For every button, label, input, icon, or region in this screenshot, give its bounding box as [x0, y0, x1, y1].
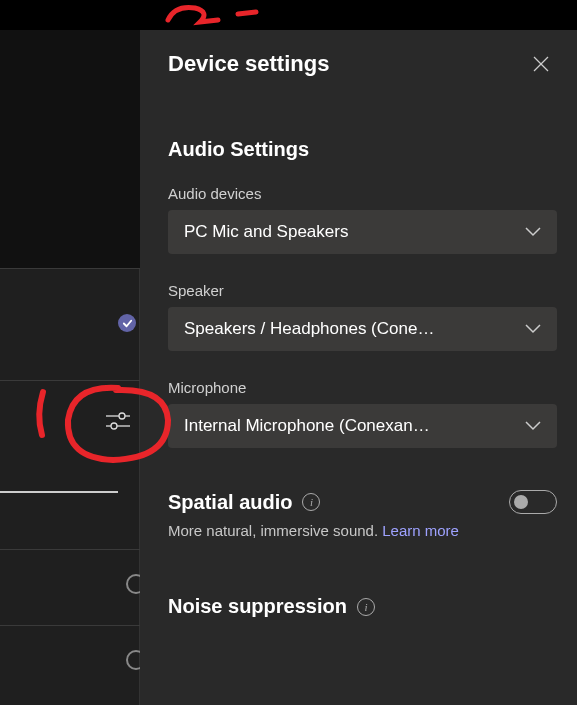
spatial-audio-label-group: Spatial audio i	[168, 491, 320, 514]
svg-point-1	[119, 413, 125, 419]
svg-point-3	[111, 423, 117, 429]
divider	[0, 625, 140, 626]
toggle-knob	[514, 495, 528, 509]
spatial-audio-title: Spatial audio	[168, 491, 292, 514]
active-indicator	[0, 491, 118, 493]
check-badge-icon	[118, 314, 136, 332]
learn-more-link[interactable]: Learn more	[382, 522, 459, 539]
spatial-audio-helper: More natural, immersive sound. Learn mor…	[168, 522, 557, 539]
audio-devices-dropdown[interactable]: PC Mic and Speakers	[168, 210, 557, 254]
spatial-audio-row: Spatial audio i	[168, 490, 557, 514]
divider	[0, 268, 140, 269]
info-icon[interactable]: i	[357, 598, 375, 616]
speaker-dropdown[interactable]: Speakers / Headphones (Cone…	[168, 307, 557, 351]
device-settings-panel: Device settings Audio Settings Audio dev…	[140, 30, 577, 705]
noise-suppression-row: Noise suppression i	[168, 595, 557, 618]
top-black-bar	[0, 0, 140, 30]
microphone-dropdown[interactable]: Internal Microphone (Conexan…	[168, 404, 557, 448]
noise-suppression-title: Noise suppression	[168, 595, 347, 618]
section-title: Audio Settings	[168, 138, 557, 161]
speaker-label: Speaker	[168, 282, 557, 299]
audio-devices-value: PC Mic and Speakers	[184, 222, 348, 242]
annotation-mark	[160, 0, 270, 30]
left-sidebar	[0, 0, 140, 705]
preview-area	[0, 30, 140, 268]
info-icon[interactable]: i	[302, 493, 320, 511]
chevron-down-icon	[525, 227, 541, 237]
device-settings-icon[interactable]	[105, 410, 131, 436]
speaker-value: Speakers / Headphones (Cone…	[184, 319, 434, 339]
microphone-value: Internal Microphone (Conexan…	[184, 416, 430, 436]
microphone-label: Microphone	[168, 379, 557, 396]
panel-header: Device settings	[168, 48, 557, 80]
divider	[0, 380, 140, 381]
close-button[interactable]	[525, 48, 557, 80]
chevron-down-icon	[525, 421, 541, 431]
panel-title: Device settings	[168, 51, 329, 77]
audio-devices-label: Audio devices	[168, 185, 557, 202]
chevron-down-icon	[525, 324, 541, 334]
spatial-audio-toggle[interactable]	[509, 490, 557, 514]
close-icon	[533, 56, 549, 72]
divider	[0, 549, 140, 550]
